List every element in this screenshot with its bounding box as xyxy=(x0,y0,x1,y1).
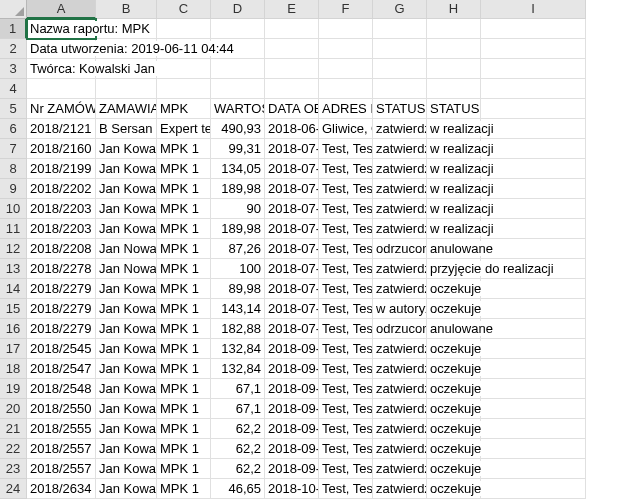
cell-F9[interactable]: Test, Test xyxy=(319,179,373,199)
cell-A19[interactable]: 2018/2548 xyxy=(27,379,96,399)
cell-G16[interactable]: odrzucone xyxy=(373,319,427,339)
cell-H22[interactable]: oczekuje xyxy=(427,439,481,459)
cell-F18[interactable]: Test, Test xyxy=(319,359,373,379)
cell-B22[interactable]: Jan Kowal xyxy=(96,439,157,459)
cell-D18[interactable]: 132,84 xyxy=(211,359,265,379)
cell-B8[interactable]: Jan Kowal xyxy=(96,159,157,179)
cell-G11[interactable]: zatwierdz xyxy=(373,219,427,239)
cell-G4[interactable] xyxy=(373,79,427,99)
cell-I24[interactable] xyxy=(481,479,586,499)
row-header-20[interactable]: 20 xyxy=(0,399,27,419)
cell-H20[interactable]: oczekuje xyxy=(427,399,481,419)
cell-B18[interactable]: Jan Kowal xyxy=(96,359,157,379)
cell-H7[interactable]: w realizacji xyxy=(427,139,481,159)
cell-C16[interactable]: MPK 1 xyxy=(157,319,211,339)
cell-D13[interactable]: 100 xyxy=(211,259,265,279)
cell-I2[interactable] xyxy=(481,39,586,59)
cell-E6[interactable]: 2018-06-2 xyxy=(265,119,319,139)
col-header-D[interactable]: D xyxy=(211,0,265,19)
cell-G13[interactable]: zatwierdz xyxy=(373,259,427,279)
cell-G14[interactable]: zatwierdz xyxy=(373,279,427,299)
cell-B14[interactable]: Jan Kowal xyxy=(96,279,157,299)
cell-E1[interactable] xyxy=(265,19,319,39)
cell-I18[interactable] xyxy=(481,359,586,379)
cell-D14[interactable]: 89,98 xyxy=(211,279,265,299)
cell-A24[interactable]: 2018/2634 xyxy=(27,479,96,499)
col-header-E[interactable]: E xyxy=(265,0,319,19)
cell-F19[interactable]: Test, Test xyxy=(319,379,373,399)
header-cell-H[interactable]: STATUS WYKONAWCY xyxy=(427,99,481,119)
cell-F24[interactable]: Test, Test xyxy=(319,479,373,499)
cell-H24[interactable]: oczekuje xyxy=(427,479,481,499)
cell-E17[interactable]: 2018-09-2 xyxy=(265,339,319,359)
cell-B9[interactable]: Jan Kowal xyxy=(96,179,157,199)
cell-E24[interactable]: 2018-10-0 xyxy=(265,479,319,499)
cell-G2[interactable] xyxy=(373,39,427,59)
cell-I21[interactable] xyxy=(481,419,586,439)
row-header-9[interactable]: 9 xyxy=(0,179,27,199)
cell-A2[interactable]: Data utworzenia: 2019-06-11 04:44 xyxy=(27,39,96,59)
cell-I20[interactable] xyxy=(481,399,586,419)
cell-D3[interactable] xyxy=(211,59,265,79)
row-header-19[interactable]: 19 xyxy=(0,379,27,399)
cell-D17[interactable]: 132,84 xyxy=(211,339,265,359)
col-header-B[interactable]: B xyxy=(96,0,157,19)
cell-H1[interactable] xyxy=(427,19,481,39)
cell-D1[interactable] xyxy=(211,19,265,39)
cell-D10[interactable]: 90 xyxy=(211,199,265,219)
cell-A18[interactable]: 2018/2547 xyxy=(27,359,96,379)
cell-H16[interactable]: anulowane xyxy=(427,319,481,339)
cell-H15[interactable]: oczekuje xyxy=(427,299,481,319)
cell-G12[interactable]: odrzucone xyxy=(373,239,427,259)
cell-F7[interactable]: Test, Test xyxy=(319,139,373,159)
row-header-18[interactable]: 18 xyxy=(0,359,27,379)
row-header-14[interactable]: 14 xyxy=(0,279,27,299)
cell-D16[interactable]: 182,88 xyxy=(211,319,265,339)
cell-D23[interactable]: 62,2 xyxy=(211,459,265,479)
cell-E23[interactable]: 2018-09-2 xyxy=(265,459,319,479)
cell-G15[interactable]: w autoryz xyxy=(373,299,427,319)
row-header-1[interactable]: 1 xyxy=(0,19,27,39)
cell-F13[interactable]: Test, Test xyxy=(319,259,373,279)
cell-E15[interactable]: 2018-07-3 xyxy=(265,299,319,319)
cell-H19[interactable]: oczekuje xyxy=(427,379,481,399)
cell-G10[interactable]: zatwierdz xyxy=(373,199,427,219)
cell-E21[interactable]: 2018-09-2 xyxy=(265,419,319,439)
cell-B20[interactable]: Jan Kowal xyxy=(96,399,157,419)
cell-G24[interactable]: zatwierdz xyxy=(373,479,427,499)
cell-A6[interactable]: 2018/2121 xyxy=(27,119,96,139)
cell-G17[interactable]: zatwierdz xyxy=(373,339,427,359)
cell-B23[interactable]: Jan Kowal xyxy=(96,459,157,479)
cell-A22[interactable]: 2018/2557 xyxy=(27,439,96,459)
cell-G9[interactable]: zatwierdz xyxy=(373,179,427,199)
cell-A13[interactable]: 2018/2278 xyxy=(27,259,96,279)
col-header-C[interactable]: C xyxy=(157,0,211,19)
cell-A11[interactable]: 2018/2203 xyxy=(27,219,96,239)
row-header-12[interactable]: 12 xyxy=(0,239,27,259)
col-header-A[interactable]: A xyxy=(27,0,96,19)
cell-H4[interactable] xyxy=(427,79,481,99)
cell-D21[interactable]: 62,2 xyxy=(211,419,265,439)
cell-C22[interactable]: MPK 1 xyxy=(157,439,211,459)
header-cell-A[interactable]: Nr ZAMÓW xyxy=(27,99,96,119)
cell-C9[interactable]: MPK 1 xyxy=(157,179,211,199)
header-cell-E[interactable]: DATA OBC xyxy=(265,99,319,119)
cell-A15[interactable]: 2018/2279 xyxy=(27,299,96,319)
cell-B15[interactable]: Jan Kowal xyxy=(96,299,157,319)
cell-E18[interactable]: 2018-09-2 xyxy=(265,359,319,379)
cell-D6[interactable]: 490,93 xyxy=(211,119,265,139)
cell-C23[interactable]: MPK 1 xyxy=(157,459,211,479)
row-header-13[interactable]: 13 xyxy=(0,259,27,279)
cell-A12[interactable]: 2018/2208 xyxy=(27,239,96,259)
cell-F1[interactable] xyxy=(319,19,373,39)
row-header-21[interactable]: 21 xyxy=(0,419,27,439)
cell-E3[interactable] xyxy=(265,59,319,79)
cell-A10[interactable]: 2018/2203 xyxy=(27,199,96,219)
cell-A21[interactable]: 2018/2555 xyxy=(27,419,96,439)
cell-A4[interactable] xyxy=(27,79,96,99)
cell-H13[interactable]: przyjęcie do realizacji xyxy=(427,259,481,279)
cell-C7[interactable]: MPK 1 xyxy=(157,139,211,159)
header-cell-F[interactable]: ADRES DO xyxy=(319,99,373,119)
cell-I17[interactable] xyxy=(481,339,586,359)
cell-C13[interactable]: MPK 1 xyxy=(157,259,211,279)
